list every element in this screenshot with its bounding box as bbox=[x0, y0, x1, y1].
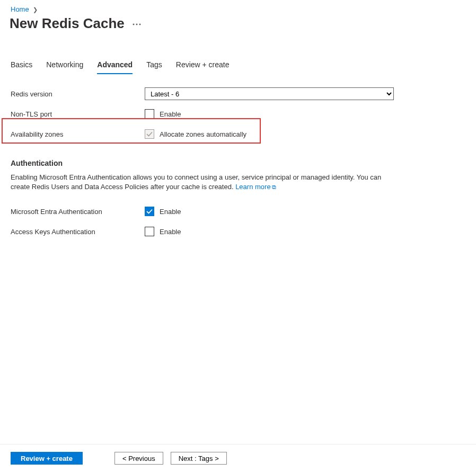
nontls-checkbox[interactable] bbox=[145, 109, 154, 119]
tab-advanced[interactable]: Advanced bbox=[97, 60, 133, 74]
page-title: New Redis Cache ⋯ bbox=[0, 13, 476, 32]
authentication-description-text: Enabling Microsoft Entra Authentication … bbox=[11, 173, 381, 191]
accesskeys-auth-label: Access Keys Authentication bbox=[11, 228, 145, 236]
entra-auth-label: Microsoft Entra Authentication bbox=[11, 208, 145, 216]
footer: Review + create < Previous Next : Tags > bbox=[0, 444, 476, 472]
learn-more-link[interactable]: Learn more⧉ bbox=[235, 183, 276, 191]
tabs: Basics Networking Advanced Tags Review +… bbox=[11, 60, 476, 74]
accesskeys-auth-checkbox-label: Enable bbox=[160, 228, 181, 236]
checkmark-icon bbox=[146, 131, 153, 137]
authentication-heading: Authentication bbox=[11, 159, 465, 167]
tab-networking[interactable]: Networking bbox=[46, 60, 83, 74]
availability-zones-label: Availability zones bbox=[11, 130, 145, 138]
availability-zones-checkbox-label: Allocate zones automatically bbox=[160, 130, 246, 138]
tab-review[interactable]: Review + create bbox=[176, 60, 230, 74]
previous-button[interactable]: < Previous bbox=[114, 452, 163, 465]
page-title-text: New Redis Cache bbox=[10, 15, 125, 32]
tab-tags[interactable]: Tags bbox=[146, 60, 162, 74]
more-actions-icon[interactable]: ⋯ bbox=[132, 18, 142, 30]
chevron-right-icon: ❯ bbox=[33, 6, 38, 13]
authentication-description: Enabling Microsoft Entra Authentication … bbox=[11, 173, 392, 192]
redis-version-label: Redis version bbox=[11, 90, 145, 98]
next-button[interactable]: Next : Tags > bbox=[171, 452, 227, 465]
nontls-label: Non-TLS port bbox=[11, 110, 145, 118]
breadcrumb: Home ❯ bbox=[0, 0, 476, 13]
external-link-icon: ⧉ bbox=[272, 184, 276, 190]
nontls-checkbox-label: Enable bbox=[160, 110, 181, 118]
review-create-button[interactable]: Review + create bbox=[11, 452, 83, 465]
accesskeys-auth-checkbox[interactable] bbox=[145, 227, 154, 236]
entra-auth-checkbox-label: Enable bbox=[160, 208, 181, 216]
availability-zones-checkbox bbox=[145, 129, 154, 139]
redis-version-select[interactable]: Latest - 6 bbox=[145, 87, 394, 100]
tab-basics[interactable]: Basics bbox=[11, 60, 32, 74]
checkmark-icon bbox=[146, 208, 153, 215]
entra-auth-checkbox[interactable] bbox=[145, 207, 154, 216]
breadcrumb-home[interactable]: Home bbox=[11, 5, 29, 13]
